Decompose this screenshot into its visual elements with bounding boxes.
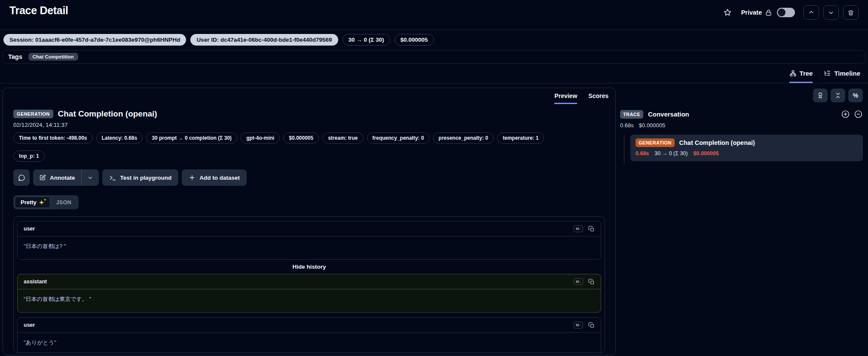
trace-latency: 0.68s (620, 122, 634, 129)
message-role: user (24, 226, 35, 232)
star-icon (723, 8, 732, 17)
tab-timeline-label: Timeline (834, 70, 860, 77)
plus-icon (189, 174, 196, 181)
copy-icon (588, 279, 595, 285)
comment-button[interactable] (13, 169, 30, 186)
tags-label: Tags (8, 53, 22, 60)
node-cost: $0.000005 (694, 150, 719, 157)
pretty-label: Pretty (21, 199, 37, 206)
message-header: user M↓ (18, 318, 601, 333)
add-to-dataset-button[interactable]: Add to dataset (182, 169, 247, 186)
token-usage-badge: 30 → 0 (Σ 30) (342, 34, 390, 46)
delete-trace-button[interactable] (843, 5, 859, 20)
tab-tree[interactable]: Tree (789, 70, 813, 83)
tab-timeline[interactable]: Timeline (824, 70, 860, 83)
trace-detail-page: Trace Detail Private (0, 0, 868, 355)
metric-badge: temperature: 1 (497, 132, 544, 144)
message-role: assistant (24, 279, 47, 285)
comment-icon (18, 174, 25, 181)
copy-button[interactable] (588, 279, 595, 285)
trace-tree-panel: % TRACE Conversation (620, 88, 863, 161)
tree-zoom-controls (841, 110, 863, 119)
add-to-dataset-label: Add to dataset (199, 175, 240, 181)
message-header-icons: M↓ (574, 322, 595, 328)
copy-icon (588, 226, 595, 232)
playground-label: Test in playground (120, 175, 172, 181)
message-header-icons: M↓ (574, 225, 595, 232)
trace-root-row[interactable]: TRACE Conversation (620, 110, 863, 119)
chevron-down-icon (87, 175, 93, 181)
privacy-label: Private (741, 9, 762, 16)
tree-node-generation[interactable]: GENERATION Chat Completion (openai) 0.68… (630, 135, 863, 161)
markdown-toggle-icon[interactable]: M↓ (574, 225, 583, 232)
node-title: Chat Completion (openai) (679, 139, 755, 146)
expand-node-button[interactable] (841, 110, 850, 119)
annotate-dropdown-button[interactable] (81, 169, 99, 186)
metrics-toggle-button[interactable]: % (848, 89, 863, 102)
scores-toggle-button[interactable] (813, 89, 828, 102)
node-tokens: 30 → 0 (Σ 30) (654, 150, 688, 157)
chevrons-collapse-icon (834, 92, 841, 99)
public-toggle[interactable] (777, 8, 795, 17)
message-content: "ありがとう" (18, 333, 601, 353)
sparkles-icon: ✦ (39, 199, 44, 206)
trace-cost: $0.000005 (639, 122, 665, 129)
metric-badge: presence_penalty: 0 (433, 132, 494, 144)
metric-badge: Latency: 0.68s (96, 132, 143, 144)
topbar: Trace Detail Private (0, 0, 868, 30)
message-content: "日本の首都は? " (18, 236, 601, 259)
copy-icon (588, 322, 595, 328)
tag-chip[interactable]: Chat Competition (28, 53, 78, 61)
metric-badge: Time to first token: -498.00s (13, 132, 93, 144)
format-toggle: Pretty ✦ JSON (13, 195, 79, 209)
pretty-toggle[interactable]: Pretty ✦ (15, 196, 50, 208)
lock-icon (765, 9, 772, 16)
metric-badge: frequency_penalty: 0 (367, 132, 430, 144)
message-list: user M↓ "日本の首都は? " (13, 216, 605, 353)
tree-icon (789, 70, 797, 77)
annotate-pen-icon (39, 174, 46, 181)
tab-preview[interactable]: Preview (554, 92, 577, 104)
metric-badge: 30 prompt → 0 completion (Σ 30) (146, 132, 237, 144)
copy-button[interactable] (588, 226, 595, 232)
message-role: user (24, 322, 35, 328)
markdown-toggle-icon[interactable]: M↓ (574, 322, 583, 328)
page-title: Trace Detail (9, 4, 68, 17)
tab-scores[interactable]: Scores (588, 92, 608, 104)
tags-row: Tags Chat Competition (3, 50, 865, 64)
metric-badge: $0.000005 (283, 132, 319, 144)
action-buttons: Annotate Test in playground (13, 169, 605, 186)
metric-badge: gpt-4o-mini (241, 132, 280, 144)
message-user-2: user M↓ "ありがとう" (17, 317, 601, 353)
trace-stats: 0.68s $0.000005 (620, 122, 863, 129)
markdown-toggle-icon[interactable]: M↓ (574, 278, 583, 285)
observation-panel: Preview Scores GENERATION Chat Completio… (3, 88, 616, 355)
chevron-down-icon (828, 9, 834, 16)
metric-badge: stream: true (322, 132, 363, 144)
collapse-all-button[interactable] (831, 89, 845, 102)
annotate-label: Annotate (50, 175, 75, 181)
observation-title-row: GENERATION Chat Completion (openai) (13, 109, 605, 119)
playground-button[interactable]: Test in playground (102, 169, 179, 186)
annotate-button[interactable]: Annotate (33, 169, 81, 186)
previous-trace-button[interactable] (804, 5, 819, 20)
trash-icon (847, 9, 854, 16)
percent-icon: % (853, 92, 858, 99)
chevron-up-icon (808, 9, 815, 16)
message-header: user M↓ (18, 221, 601, 236)
trace-title: Conversation (648, 110, 689, 118)
hide-history-button[interactable]: Hide history (17, 260, 601, 274)
collapse-node-button[interactable] (854, 110, 863, 119)
user-id-badge[interactable]: User ID: dc47a41e-06bc-400d-bde1-f0e440d… (190, 34, 338, 46)
bookmark-star-button[interactable] (721, 6, 734, 18)
session-badge[interactable]: Session: 01aaacf6-e0fe-457d-a7de-7c1ee08… (3, 34, 186, 46)
copy-button[interactable] (588, 322, 595, 328)
message-content: "日本の首都は東京です。 " (18, 289, 601, 312)
node-metrics-row: 0.68s 30 → 0 (Σ 30) $0.000005 (636, 150, 858, 157)
main-split: Preview Scores GENERATION Chat Completio… (0, 83, 868, 355)
message-header: assistant M↓ (18, 274, 601, 289)
trace-id-badges: Session: 01aaacf6-e0fe-457d-a7de-7c1ee08… (0, 30, 868, 47)
observation-body: GENERATION Chat Completion (openai) 02/1… (3, 104, 615, 353)
next-trace-button[interactable] (823, 5, 839, 20)
json-toggle[interactable]: JSON (50, 196, 77, 208)
